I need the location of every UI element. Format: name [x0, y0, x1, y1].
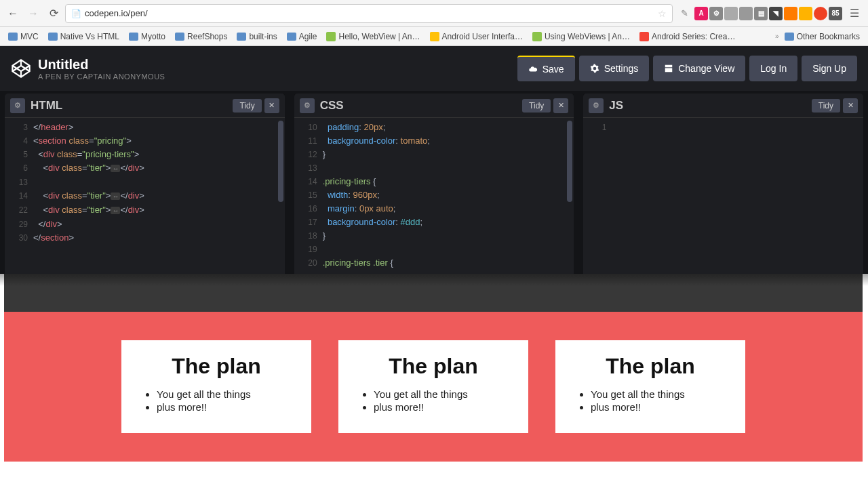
panel-title: JS	[609, 99, 811, 113]
settings-button[interactable]: Settings	[579, 56, 650, 81]
feature-item: plus more!!	[591, 401, 729, 413]
tidy-button[interactable]: Tidy	[812, 99, 840, 113]
pricing-tiers: The plan You get all the things plus mor…	[108, 340, 759, 433]
feature-item: plus more!!	[157, 401, 295, 413]
svg-rect-0	[665, 65, 673, 68]
bookmark-item[interactable]: built-ins	[233, 30, 281, 43]
page-icon: 📄	[71, 9, 81, 18]
preview-pricing-section: The plan You get all the things plus mor…	[4, 312, 863, 462]
tier-title: The plan	[138, 354, 295, 379]
site-icon	[639, 32, 649, 41]
reload-button[interactable]: ⟳	[45, 5, 62, 22]
bookmark-item[interactable]: ReefShops	[171, 30, 231, 43]
ext-icon-9[interactable]	[814, 7, 827, 20]
ext-icon-7[interactable]	[784, 7, 797, 20]
signup-button[interactable]: Sign Up	[802, 56, 857, 81]
ext-icon-2[interactable]: ⚙	[709, 7, 723, 20]
ext-icon-8[interactable]	[799, 7, 812, 20]
site-icon	[532, 32, 542, 41]
bookmark-item[interactable]: Using WebViews | An…	[528, 30, 634, 43]
bookmark-item[interactable]: Native Vs HTML	[44, 30, 123, 43]
close-panel-icon[interactable]: ✕	[264, 98, 279, 113]
url-bar[interactable]: 📄 codepen.io/pen/ ☆	[65, 4, 673, 23]
folder-icon	[175, 33, 184, 41]
browser-menu-button[interactable]: ☰	[845, 4, 864, 23]
ext-icon-4[interactable]	[739, 7, 753, 20]
preview-pane: The plan You get all the things plus mor…	[0, 274, 868, 488]
panel-header: ⚙ CSS Tidy ✕	[294, 94, 574, 118]
tidy-button[interactable]: Tidy	[233, 99, 261, 113]
feature-item: You get all the things	[591, 388, 729, 400]
bookmark-bar: MVC Native Vs HTML Myotto ReefShops buil…	[0, 27, 868, 46]
preview-header-bar	[4, 274, 863, 312]
folder-icon	[129, 33, 138, 41]
panel-title: HTML	[31, 99, 233, 113]
forward-button[interactable]: →	[24, 5, 42, 22]
feature-item: You get all the things	[374, 388, 512, 400]
panel-title: CSS	[320, 99, 522, 113]
logo-icon	[12, 59, 31, 78]
ext-icon-1[interactable]: A	[694, 7, 708, 20]
tidy-button[interactable]: Tidy	[522, 99, 551, 113]
panel-header: ⚙ HTML Tidy ✕	[5, 94, 285, 118]
scrollbar[interactable]	[278, 121, 283, 202]
html-editor[interactable]: 3</header> 4<section class="pricing"> 5 …	[5, 118, 285, 274]
layout-icon	[664, 64, 673, 73]
bookmark-star-icon[interactable]: ☆	[658, 8, 667, 19]
folder-icon	[48, 33, 58, 41]
back-button[interactable]: ←	[4, 5, 22, 22]
panel-settings-icon[interactable]: ⚙	[589, 98, 604, 113]
pen-subtitle: A PEN BY CAPTAIN ANONYMOUS	[38, 73, 511, 81]
pricing-tier: The plan You get all the things plus mor…	[338, 340, 528, 433]
edit-icon[interactable]: ✎	[675, 5, 693, 22]
bookmark-item[interactable]: Myotto	[125, 30, 170, 43]
codepen-header: Untitled A PEN BY CAPTAIN ANONYMOUS Save…	[0, 46, 868, 91]
js-editor[interactable]: 1	[583, 118, 863, 274]
url-text: codepen.io/pen/	[85, 8, 654, 18]
close-panel-icon[interactable]: ✕	[843, 98, 858, 113]
site-icon	[430, 32, 439, 41]
pricing-tier: The plan You get all the things plus mor…	[555, 340, 745, 433]
svg-rect-1	[665, 68, 673, 72]
other-bookmarks-button[interactable]: Other Bookmarks	[781, 30, 864, 43]
bookmark-item[interactable]: MVC	[4, 30, 43, 43]
panel-header: ⚙ JS Tidy ✕	[583, 94, 863, 118]
editor-row: ⚙ HTML Tidy ✕ 3</header> 4<section class…	[0, 91, 868, 274]
feature-item: plus more!!	[374, 401, 512, 413]
ext-icon-6[interactable]: ◥	[769, 7, 783, 20]
overflow-chevron-icon[interactable]: »	[775, 33, 779, 40]
bookmark-item[interactable]: Hello, WebView | An…	[322, 30, 424, 43]
pen-title[interactable]: Untitled	[38, 57, 511, 73]
browser-toolbar: ← → ⟳ 📄 codepen.io/pen/ ☆ ✎ A ⚙ ▤ ◥ 85 ☰	[0, 0, 868, 27]
ext-icon-3[interactable]	[724, 7, 738, 20]
bookmark-item[interactable]: Agile	[283, 30, 321, 43]
tier-features: You get all the things plus more!!	[355, 388, 512, 413]
js-panel: ⚙ JS Tidy ✕ 1	[583, 94, 863, 274]
folder-icon	[237, 33, 246, 41]
title-block: Untitled A PEN BY CAPTAIN ANONYMOUS	[38, 57, 511, 81]
folder-icon	[785, 33, 794, 41]
gear-icon	[590, 64, 599, 73]
feature-item: You get all the things	[157, 388, 295, 400]
html-panel: ⚙ HTML Tidy ✕ 3</header> 4<section class…	[5, 94, 285, 274]
bookmark-item[interactable]: Android User Interfa…	[426, 30, 527, 43]
save-button[interactable]: Save	[517, 56, 575, 81]
css-editor[interactable]: 10 padding: 20px; 11 background-color: t…	[294, 118, 574, 274]
ext-icon-5[interactable]: ▤	[754, 7, 768, 20]
close-panel-icon[interactable]: ✕	[553, 98, 568, 113]
site-icon	[326, 32, 336, 41]
css-panel: ⚙ CSS Tidy ✕ 10 padding: 20px; 11 backgr…	[294, 94, 574, 274]
folder-icon	[8, 33, 18, 41]
login-button[interactable]: Log In	[749, 56, 797, 81]
extension-icons: ✎ A ⚙ ▤ ◥ 85	[675, 5, 842, 22]
codepen-logo[interactable]	[11, 58, 31, 79]
tier-title: The plan	[572, 354, 729, 379]
scrollbar[interactable]	[567, 121, 572, 202]
tier-title: The plan	[355, 354, 512, 379]
bookmark-item[interactable]: Android Series: Crea…	[635, 30, 739, 43]
change-view-button[interactable]: Change View	[653, 56, 745, 81]
ext-icon-badge[interactable]: 85	[829, 7, 842, 20]
panel-settings-icon[interactable]: ⚙	[10, 98, 25, 113]
panel-settings-icon[interactable]: ⚙	[300, 98, 315, 113]
header-actions: Save Settings Change View Log In Sign Up	[517, 56, 857, 81]
